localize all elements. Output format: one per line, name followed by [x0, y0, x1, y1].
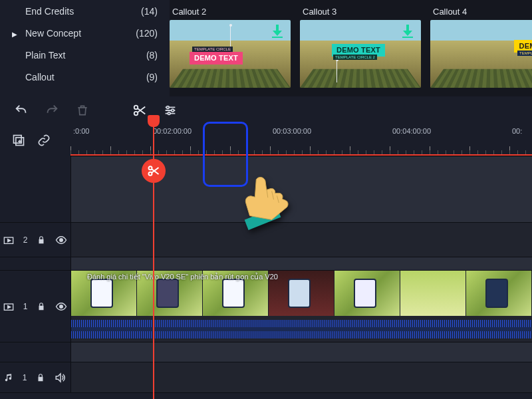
- preset-thumbnail[interactable]: TEMPLATE CIRCLE DEMO TEXT: [170, 20, 291, 88]
- adjust-settings-button[interactable]: [162, 102, 178, 118]
- chevron-right-icon: ▶: [12, 31, 21, 38]
- split-marker[interactable]: [142, 159, 166, 183]
- link-button[interactable]: [37, 134, 51, 147]
- timeline-header: :0:00 00:02:00:00 00:03:00:00 00:04:00:0…: [0, 124, 532, 156]
- svg-point-14: [149, 172, 152, 176]
- sidebar-item-label: Plain Text: [25, 50, 65, 61]
- sidebar-item-plain-text[interactable]: Plain Text (8): [12, 44, 158, 66]
- preset-title: Callout 2: [170, 3, 291, 20]
- template-preview-strip: Callout 2 TEMPLATE CIRCLE DEMO TEXT Call…: [170, 0, 532, 96]
- add-track-button[interactable]: [12, 134, 25, 147]
- ruler-label: 00:: [512, 127, 522, 135]
- svg-point-3: [134, 112, 138, 116]
- track-head-v1: 1: [0, 271, 70, 342]
- visibility-icon[interactable]: [55, 235, 67, 245]
- preset-thumbnail[interactable]: DEMO TE TEMPLATE CIRCLE: [430, 20, 532, 88]
- timeline-header-controls: [0, 124, 70, 156]
- clip-title: Đánh giá chi tiết "Vivo V20 SE" phiên bả…: [87, 273, 278, 281]
- lock-icon[interactable]: [36, 373, 45, 382]
- preset-title: Callout 3: [300, 3, 421, 20]
- video-track-icon: [3, 235, 14, 245]
- lock-icon[interactable]: [37, 235, 46, 245]
- audio-waveform: [71, 320, 532, 338]
- timeline-ruler[interactable]: :0:00 00:02:00:00 00:03:00:00 00:04:00:0…: [70, 124, 532, 156]
- svg-rect-1: [402, 37, 413, 38]
- svg-point-6: [168, 112, 170, 115]
- track-label: 1: [23, 373, 27, 382]
- download-icon[interactable]: [271, 24, 284, 39]
- download-icon[interactable]: [401, 24, 414, 39]
- svg-point-5: [172, 109, 174, 112]
- undo-button[interactable]: [13, 102, 29, 118]
- preset-callout-2[interactable]: Callout 2 TEMPLATE CIRCLE DEMO TEXT: [170, 3, 291, 91]
- preset-callout-4[interactable]: Callout 4 DEMO TE TEMPLATE CIRCLE: [430, 3, 532, 91]
- library-panel: End Credits (14) ▶New Concept (120) Plai…: [0, 0, 532, 96]
- svg-rect-0: [272, 37, 283, 38]
- cut-split-button[interactable]: [132, 102, 148, 118]
- sidebar-item-end-credits[interactable]: End Credits (14): [12, 0, 158, 22]
- preset-title: Callout 4: [430, 3, 532, 20]
- track-label: 2: [23, 235, 28, 245]
- sidebar-item-label: New Concept: [25, 28, 81, 39]
- svg-point-4: [167, 106, 170, 109]
- track-head-v2: 2: [0, 223, 70, 257]
- sidebar-item-callout[interactable]: Callout (9): [12, 66, 158, 88]
- svg-point-2: [134, 106, 138, 110]
- track-gap: [0, 342, 532, 362]
- sidebar-item-count: (8): [146, 50, 158, 61]
- redo-button[interactable]: [44, 102, 60, 118]
- preset-subtext: TEMPLATE CIRCLE: [192, 47, 233, 52]
- ruler-label: 00:03:00:00: [273, 127, 311, 135]
- music-track-icon: [4, 372, 13, 383]
- track-video-1: 1 Đánh giá chi tiết "Vivo V20 SE" phiên …: [0, 271, 532, 342]
- preset-subtext: TEMPLATE CIRCLE: [517, 51, 532, 56]
- sidebar-item-new-concept[interactable]: ▶New Concept (120): [12, 22, 158, 44]
- timeline-toolbar: [0, 96, 532, 124]
- sidebar-item-count: (9): [146, 72, 158, 82]
- template-category-sidebar: End Credits (14) ▶New Concept (120) Plai…: [0, 0, 170, 96]
- mute-icon[interactable]: [55, 372, 66, 383]
- empty-lane[interactable]: [70, 156, 532, 222]
- sidebar-item-count: (120): [136, 28, 158, 39]
- video-lane-1[interactable]: Đánh giá chi tiết "Vivo V20 SE" phiên bả…: [70, 271, 532, 342]
- svg-point-13: [149, 166, 152, 170]
- sidebar-item-label: End Credits: [25, 6, 74, 17]
- ruler-label: 00:02:00:00: [153, 127, 192, 135]
- sidebar-item-count: (14): [141, 6, 158, 17]
- sidebar-item-label: Callout: [25, 72, 55, 82]
- playhead[interactable]: [153, 124, 154, 399]
- video-clip[interactable]: Đánh giá chi tiết "Vivo V20 SE" phiên bả…: [71, 271, 532, 316]
- video-track-icon: [3, 302, 14, 311]
- track-label: 1: [23, 302, 28, 311]
- lock-icon[interactable]: [37, 302, 46, 311]
- pointing-hand-icon: [237, 174, 289, 233]
- track-audio-1: 1: [0, 362, 532, 393]
- audio-lane-1[interactable]: [70, 362, 532, 392]
- preset-thumbnail[interactable]: DEMO TEXT TEMPLATE CIRCLE 2: [300, 20, 421, 88]
- svg-point-12: [60, 305, 63, 308]
- visibility-icon[interactable]: [55, 302, 67, 311]
- track-head-a1: 1: [0, 362, 70, 392]
- ruler-label: :0:00: [73, 127, 89, 135]
- preset-subtext: TEMPLATE CIRCLE 2: [333, 55, 377, 60]
- ruler-label: 00:04:00:00: [392, 127, 431, 135]
- track-gap: [0, 257, 532, 271]
- playhead-handle[interactable]: [148, 115, 160, 127]
- svg-point-10: [60, 238, 63, 241]
- video-lane-2[interactable]: [70, 223, 532, 257]
- preset-callout-3[interactable]: Callout 3 DEMO TEXT TEMPLATE CIRCLE 2: [300, 3, 421, 91]
- delete-button[interactable]: [74, 102, 90, 118]
- preset-badge: DEMO TEXT: [190, 52, 243, 65]
